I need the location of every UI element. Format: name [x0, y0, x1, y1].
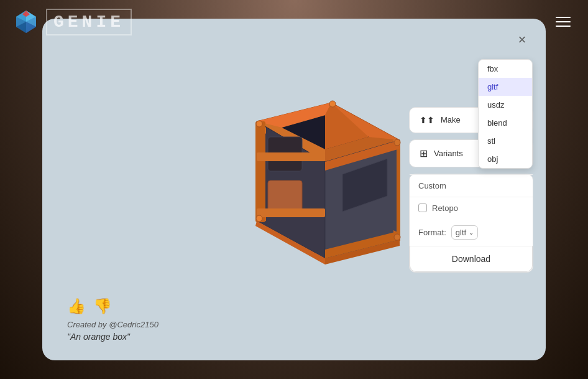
format-chevron-icon: ⌄ [469, 229, 474, 236]
svg-point-31 [256, 121, 262, 127]
custom-row: Custom [410, 174, 533, 197]
svg-rect-18 [255, 121, 265, 222]
format-option-fbx[interactable]: fbx [479, 60, 532, 78]
custom-label: Custom [418, 181, 446, 190]
format-option-obj[interactable]: obj [479, 150, 532, 168]
svg-point-33 [394, 139, 400, 146]
format-selected-value: gltf [456, 228, 466, 237]
object-title: "An orange box" [67, 332, 158, 342]
svg-point-35 [329, 101, 336, 107]
format-option-usdz[interactable]: usdz [479, 96, 532, 114]
retopo-row: Retopo [410, 197, 533, 219]
format-area: fbx gltf usdz blend stl obj Custom Retop… [409, 174, 533, 273]
app-title: GENIE [46, 9, 132, 35]
format-row: Format: gltf ⌄ [410, 219, 533, 246]
format-option-gltf[interactable]: gltf [479, 78, 532, 96]
thumbs-up-button[interactable]: 👍 [67, 297, 86, 315]
retopo-label: Retopo [432, 204, 458, 213]
svg-rect-28 [257, 208, 325, 217]
svg-point-32 [256, 215, 262, 222]
main-modal: × [42, 19, 546, 360]
make-label: Make [441, 115, 461, 124]
logo-gem-icon [12, 8, 40, 35]
close-button[interactable]: × [511, 29, 533, 51]
3d-object-preview [176, 72, 412, 308]
svg-rect-27 [257, 152, 325, 161]
hamburger-line-3 [556, 26, 571, 27]
hamburger-line-2 [556, 21, 571, 22]
top-bar: GENIE [0, 0, 588, 44]
bottom-info: 👍 👎 Created by @Cedric2150 "An orange bo… [67, 297, 158, 342]
format-text-label: Format: [418, 228, 446, 237]
right-panel: ⬆⬆ Make ⊞ Variants fbx gltf usdz blend s… [409, 107, 533, 273]
download-button[interactable]: Download [410, 246, 533, 272]
hamburger-line-1 [556, 17, 571, 18]
thumbs-row: 👍 👎 [67, 297, 158, 315]
creator-label: Created by @Cedric2150 [67, 320, 158, 329]
variants-label: Variants [434, 149, 463, 158]
format-option-blend[interactable]: blend [479, 114, 532, 132]
format-select[interactable]: gltf ⌄ [451, 225, 478, 240]
format-dropdown-menu: fbx gltf usdz blend stl obj [478, 59, 533, 169]
menu-button[interactable] [551, 9, 576, 34]
format-option-stl[interactable]: stl [479, 132, 532, 150]
make-icon: ⬆⬆ [420, 115, 434, 125]
thumbs-down-button[interactable]: 👎 [93, 297, 112, 315]
logo-area: GENIE [12, 8, 132, 35]
variants-icon: ⊞ [420, 147, 428, 159]
retopo-checkbox[interactable] [418, 204, 427, 212]
svg-rect-24 [397, 140, 400, 241]
svg-point-34 [394, 234, 400, 240]
